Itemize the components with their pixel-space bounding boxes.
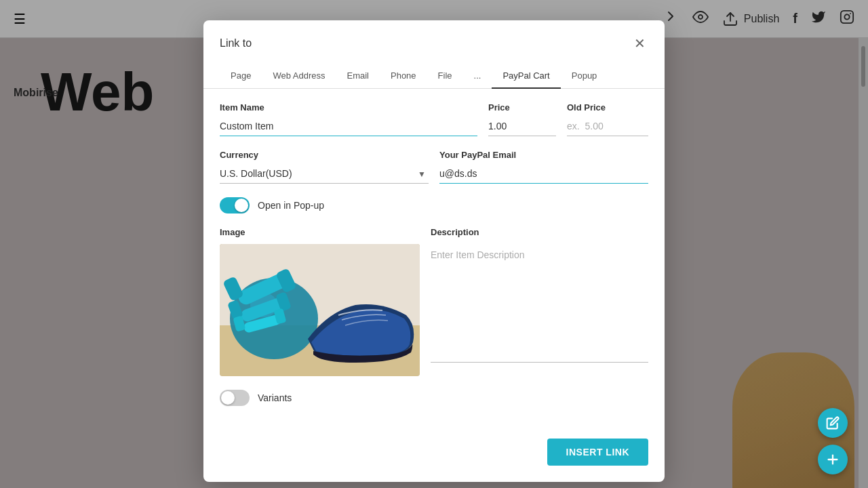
toggle-knob [235,199,248,212]
price-label: Price [488,102,556,113]
old-price-label: Old Price [567,102,648,113]
currency-group: Currency U.S. Dollar(USD) Euro(EUR) Brit… [220,150,429,184]
dialog-footer: INSERT LINK [203,439,665,466]
description-textarea[interactable] [431,244,648,363]
content-row: Image [220,227,648,376]
old-price-input[interactable] [567,117,648,136]
insert-link-button[interactable]: INSERT LINK [547,439,648,466]
product-image [220,244,420,376]
variants-row: Variants [220,390,648,406]
dialog-body: Item Name Price Old Price Currency U.S. … [203,89,665,433]
variants-toggle-knob [221,391,235,405]
dialog-title: Link to [220,37,252,49]
tab-paypal-cart[interactable]: PayPal Cart [492,64,560,89]
tab-file[interactable]: File [427,64,463,89]
dialog-header: Link to ✕ [203,20,665,64]
tabs-container: Page Web Address Email Phone File ... Pa… [203,64,665,89]
form-row-2: Currency U.S. Dollar(USD) Euro(EUR) Brit… [220,150,648,184]
currency-select-wrapper: U.S. Dollar(USD) Euro(EUR) British Pound… [220,164,429,184]
open-popup-label: Open in Pop-up [258,200,324,211]
variants-toggle[interactable] [220,390,250,406]
item-name-label: Item Name [220,102,477,113]
tab-web-address[interactable]: Web Address [262,64,336,89]
price-input[interactable] [488,117,556,136]
old-price-group: Old Price [567,102,648,136]
tab-popup[interactable]: Popup [561,64,608,89]
description-label: Description [431,227,648,237]
close-button[interactable]: ✕ [631,34,648,53]
image-label: Image [220,227,420,237]
edit-fab-button[interactable] [818,408,848,438]
form-row-1: Item Name Price Old Price [220,102,648,136]
tab-phone[interactable]: Phone [380,64,427,89]
pencil-icon [826,416,840,430]
price-group: Price [488,102,556,136]
currency-select[interactable]: U.S. Dollar(USD) Euro(EUR) British Pound… [220,164,429,184]
image-section: Image [220,227,420,376]
fab-container [818,408,848,474]
currency-label: Currency [220,150,429,160]
tab-email[interactable]: Email [336,64,380,89]
tab-more[interactable]: ... [463,64,492,89]
link-dialog: Link to ✕ Page Web Address Email Phone F… [203,20,665,482]
variants-label: Variants [258,392,292,403]
image-container[interactable] [220,244,420,376]
item-name-group: Item Name [220,102,477,136]
tab-page[interactable]: Page [220,64,262,89]
paypal-email-group: Your PayPal Email [439,150,648,184]
paypal-email-input[interactable] [439,164,648,184]
item-name-input[interactable] [220,117,477,136]
paypal-email-label: Your PayPal Email [439,150,648,160]
add-fab-button[interactable] [818,445,848,474]
plus-icon [825,452,840,467]
open-popup-row: Open in Pop-up [220,197,648,214]
description-section: Description [431,227,648,376]
open-popup-toggle[interactable] [220,197,250,214]
